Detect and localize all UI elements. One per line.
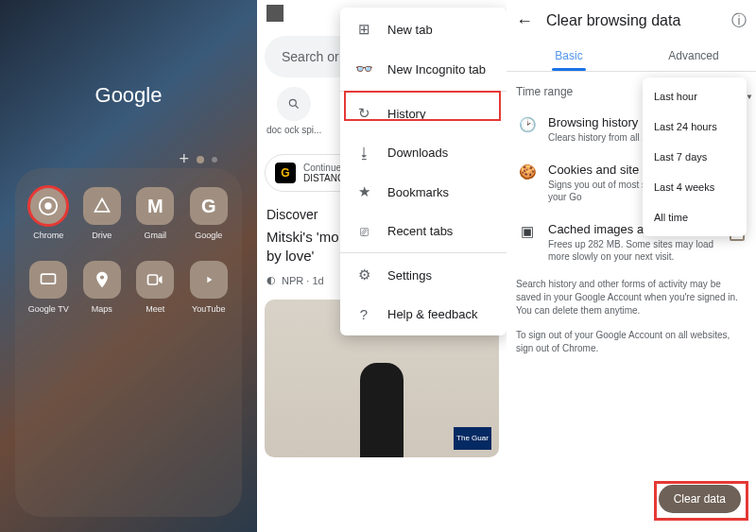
dot-inactive (212, 157, 217, 163)
app-label: Gmail (144, 231, 166, 240)
youtube-icon (190, 261, 228, 299)
dropdown-option[interactable]: Last hour (643, 81, 747, 112)
chrome-new-tab: Search or typ doc ock spi... gra G Conti… (257, 0, 507, 532)
app-google-tv[interactable]: Google TV (25, 261, 73, 314)
menu-incognito[interactable]: 👓New Incognito tab (340, 49, 507, 89)
app-maps[interactable]: Maps (78, 261, 127, 314)
app-label: Google TV (28, 304, 69, 314)
chevron-down-icon[interactable]: ▼ (746, 93, 753, 101)
page-indicator: + (179, 149, 217, 169)
page-title: Clear browsing data (546, 12, 718, 29)
clear-browsing-data-screen: ← Clear browsing data ⓘ Basic Advanced T… (507, 0, 756, 532)
tabs: Basic Advanced (507, 42, 756, 72)
svg-line-6 (296, 106, 299, 109)
download-icon: ⭳ (355, 145, 372, 161)
drive-icon (83, 187, 121, 225)
tv-icon (29, 261, 67, 299)
help-icon[interactable]: ⓘ (731, 11, 747, 31)
chrome-icon (29, 187, 67, 225)
highlight-annotation (654, 481, 748, 521)
menu-history[interactable]: ↻History (340, 94, 507, 133)
news-source: NPR · 1d (282, 275, 324, 286)
source-badge: The Guar (454, 427, 491, 450)
avatar[interactable] (266, 5, 284, 22)
menu-bookmarks[interactable]: ★Bookmarks (340, 172, 507, 212)
menu-recent-tabs[interactable]: ⎚Recent tabs (340, 212, 507, 250)
menu-help[interactable]: ?Help & feedback (340, 295, 507, 334)
app-google[interactable]: G Google (185, 187, 233, 240)
google-icon: G (190, 187, 228, 225)
menu-downloads[interactable]: ⭳Downloads (340, 133, 507, 172)
back-icon[interactable]: ← (516, 11, 533, 31)
app-folder: Chrome Drive M Gmail G Google Google TV … (15, 168, 242, 517)
menu-settings[interactable]: ⚙Settings (340, 255, 507, 295)
history-icon: 🕑 (518, 115, 537, 134)
dropdown-option[interactable]: Last 4 weeks (643, 172, 747, 202)
svg-rect-4 (148, 275, 158, 284)
maps-icon (83, 261, 121, 299)
tab-basic[interactable]: Basic (507, 42, 631, 71)
svg-point-5 (290, 99, 297, 106)
favicon-icon: ◐ (266, 274, 276, 286)
app-youtube[interactable]: YouTube (185, 261, 233, 314)
footnote: Search history and other forms of activi… (507, 272, 756, 323)
app-chrome[interactable]: Chrome (25, 187, 73, 240)
image-icon: ▣ (518, 222, 537, 241)
devices-icon: ⎚ (355, 223, 372, 239)
cookie-icon: 🍪 (518, 163, 537, 181)
tab-advanced[interactable]: Advanced (631, 42, 756, 71)
star-icon: ★ (355, 183, 372, 200)
gmail-icon: M (136, 187, 174, 225)
search-icon[interactable] (277, 87, 311, 121)
dot-active (197, 156, 204, 163)
plus-square-icon: ⊞ (355, 21, 372, 38)
footnote: To sign out of your Google Account on al… (507, 323, 756, 361)
svg-rect-2 (42, 274, 56, 283)
svg-point-1 (45, 202, 52, 209)
chrome-overflow-menu: ⊞New tab 👓New Incognito tab ↻History ⭳Do… (340, 8, 507, 335)
site-favicon: G (275, 163, 296, 183)
app-label: Meet (146, 304, 164, 314)
folder-title: Google (0, 83, 257, 108)
app-label: YouTube (192, 304, 225, 314)
add-page-icon[interactable]: + (179, 149, 189, 169)
dropdown-option[interactable]: Last 24 hours (643, 112, 747, 142)
dropdown-option[interactable]: Last 7 days (643, 142, 747, 172)
menu-new-tab[interactable]: ⊞New tab (340, 9, 507, 49)
help-icon: ? (355, 306, 372, 322)
app-label: Drive (92, 231, 112, 240)
app-label: Chrome (33, 231, 63, 240)
meet-icon (136, 261, 174, 299)
gear-icon: ⚙ (355, 266, 372, 283)
android-home-screen: Google + Chrome Drive M Gmail G Googl (0, 0, 257, 532)
incognito-icon: 👓 (355, 60, 372, 77)
app-label: Google (195, 231, 222, 240)
app-drive[interactable]: Drive (78, 187, 127, 240)
time-range-dropdown: Last hour Last 24 hours Last 7 days Last… (643, 77, 747, 236)
history-icon: ↻ (355, 105, 372, 122)
app-label: Maps (92, 304, 112, 314)
app-gmail[interactable]: M Gmail (131, 187, 180, 240)
app-meet[interactable]: Meet (131, 261, 180, 314)
option-desc: Frees up 282 MB. Some sites may load mor… (548, 238, 718, 263)
svg-point-3 (100, 275, 104, 279)
dropdown-option[interactable]: All time (643, 202, 747, 232)
chip-label: doc ock spi... (266, 125, 321, 135)
